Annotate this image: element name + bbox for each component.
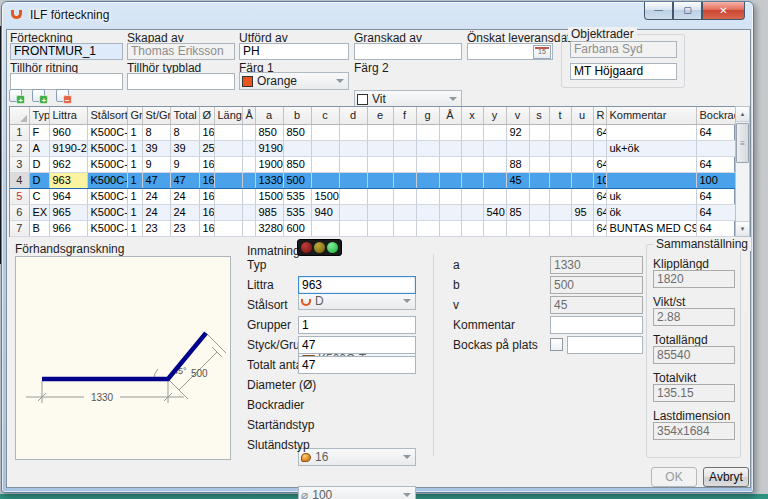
cell[interactable]: 964 bbox=[49, 188, 87, 204]
cell[interactable]: 95 bbox=[571, 204, 593, 220]
cell[interactable]: 960 bbox=[49, 124, 87, 140]
cell[interactable]: C bbox=[29, 188, 49, 204]
cell[interactable] bbox=[506, 140, 529, 156]
cell[interactable]: 8 bbox=[170, 124, 199, 140]
cell[interactable]: 500 bbox=[283, 172, 311, 188]
cell[interactable] bbox=[214, 220, 242, 236]
cell[interactable]: 23 bbox=[170, 220, 199, 236]
cell[interactable] bbox=[461, 140, 483, 156]
cell[interactable]: 535 bbox=[283, 204, 311, 220]
cell[interactable]: 3280 bbox=[255, 220, 283, 236]
cell[interactable]: D bbox=[29, 172, 49, 188]
cell[interactable]: 100 bbox=[696, 172, 736, 188]
cell[interactable]: 24 bbox=[142, 188, 170, 204]
cell[interactable] bbox=[549, 124, 571, 140]
cell[interactable] bbox=[214, 124, 242, 140]
cell[interactable] bbox=[483, 220, 506, 236]
cell[interactable]: 64 bbox=[593, 204, 606, 220]
cell[interactable]: 64 bbox=[696, 124, 736, 140]
cell[interactable] bbox=[571, 220, 593, 236]
cell[interactable] bbox=[393, 172, 416, 188]
cell[interactable]: 985 bbox=[255, 204, 283, 220]
cell[interactable]: uk+ök bbox=[606, 140, 696, 156]
cell[interactable] bbox=[416, 140, 439, 156]
cell[interactable]: 64 bbox=[593, 188, 606, 204]
grupper-field[interactable]: 1 bbox=[298, 316, 416, 334]
cell[interactable] bbox=[393, 188, 416, 204]
cancel-button[interactable]: Avbryt bbox=[703, 467, 749, 487]
cell[interactable]: 9 bbox=[142, 156, 170, 172]
scrollbar-thumb[interactable]: ≡ bbox=[736, 123, 749, 163]
cell[interactable]: A bbox=[29, 140, 49, 156]
cell[interactable]: 1 bbox=[127, 188, 142, 204]
utford-av-field[interactable]: PH bbox=[239, 43, 349, 60]
cell[interactable]: BUNTAS MED C967 bbox=[606, 220, 696, 236]
cell[interactable]: 1 bbox=[127, 220, 142, 236]
cell[interactable]: K500C-T bbox=[87, 140, 127, 156]
cell[interactable] bbox=[393, 204, 416, 220]
cell[interactable] bbox=[439, 220, 461, 236]
cell[interactable]: 39 bbox=[142, 140, 170, 156]
granskad-av-field[interactable] bbox=[354, 43, 462, 60]
cell[interactable]: 64 bbox=[696, 156, 736, 172]
cell[interactable]: 1330 bbox=[255, 172, 283, 188]
title-bar[interactable]: ILF förteckning — ▢ ✕ bbox=[2, 2, 753, 29]
cell[interactable] bbox=[483, 188, 506, 204]
cell[interactable] bbox=[549, 140, 571, 156]
cell[interactable] bbox=[529, 204, 549, 220]
cell[interactable]: 16 bbox=[199, 156, 214, 172]
cell[interactable] bbox=[483, 172, 506, 188]
totalt-antal-field[interactable]: 47 bbox=[298, 356, 416, 374]
cell[interactable] bbox=[214, 172, 242, 188]
cell[interactable] bbox=[506, 188, 529, 204]
bockradier-dropdown[interactable]: ⌀100 bbox=[298, 486, 416, 499]
cell[interactable] bbox=[571, 156, 593, 172]
cell[interactable] bbox=[439, 172, 461, 188]
cell[interactable] bbox=[416, 204, 439, 220]
cell[interactable] bbox=[571, 172, 593, 188]
cell[interactable] bbox=[571, 188, 593, 204]
cell[interactable] bbox=[311, 124, 339, 140]
leveransdatum-field[interactable]: 15 bbox=[467, 43, 553, 60]
cell[interactable] bbox=[483, 140, 506, 156]
cell[interactable] bbox=[571, 124, 593, 140]
cell[interactable]: F bbox=[29, 124, 49, 140]
cell[interactable] bbox=[339, 172, 367, 188]
cell[interactable]: uk bbox=[606, 188, 696, 204]
cell[interactable]: 64 bbox=[696, 220, 736, 236]
cell[interactable] bbox=[311, 156, 339, 172]
cell[interactable] bbox=[393, 220, 416, 236]
cell[interactable]: K500C-T bbox=[87, 124, 127, 140]
cell[interactable] bbox=[416, 124, 439, 140]
cell[interactable] bbox=[439, 188, 461, 204]
cell[interactable] bbox=[549, 156, 571, 172]
cell[interactable]: 64 bbox=[593, 220, 606, 236]
forteckning-field[interactable]: FRONTMUR_1 bbox=[10, 43, 123, 60]
cell[interactable]: 9 bbox=[170, 156, 199, 172]
cell[interactable]: 535 bbox=[283, 188, 311, 204]
cell[interactable]: 16 bbox=[199, 124, 214, 140]
grid-vertical-scrollbar[interactable]: ▲ ≡ ▼ bbox=[735, 106, 750, 237]
cell[interactable] bbox=[214, 204, 242, 220]
cell[interactable]: 64 bbox=[696, 188, 736, 204]
minimize-button[interactable]: — bbox=[644, 2, 673, 20]
cell[interactable] bbox=[393, 156, 416, 172]
cell[interactable] bbox=[311, 220, 339, 236]
cell[interactable] bbox=[571, 140, 593, 156]
cell[interactable]: 8 bbox=[142, 124, 170, 140]
cell[interactable] bbox=[242, 124, 255, 140]
cell[interactable]: 9190-25 bbox=[49, 140, 87, 156]
cell[interactable]: 1 bbox=[127, 140, 142, 156]
insert-row-icon[interactable]: + bbox=[32, 89, 48, 104]
cell[interactable] bbox=[461, 172, 483, 188]
cell[interactable]: 64 bbox=[696, 204, 736, 220]
cell[interactable] bbox=[416, 220, 439, 236]
cell[interactable]: 45 bbox=[506, 172, 529, 188]
cell[interactable] bbox=[214, 188, 242, 204]
cell[interactable] bbox=[214, 140, 242, 156]
cell[interactable] bbox=[529, 172, 549, 188]
cell[interactable] bbox=[339, 124, 367, 140]
cell[interactable]: K500C-T bbox=[87, 188, 127, 204]
diameter--dropdown[interactable]: 16 bbox=[298, 448, 416, 466]
cell[interactable]: 16 bbox=[199, 204, 214, 220]
